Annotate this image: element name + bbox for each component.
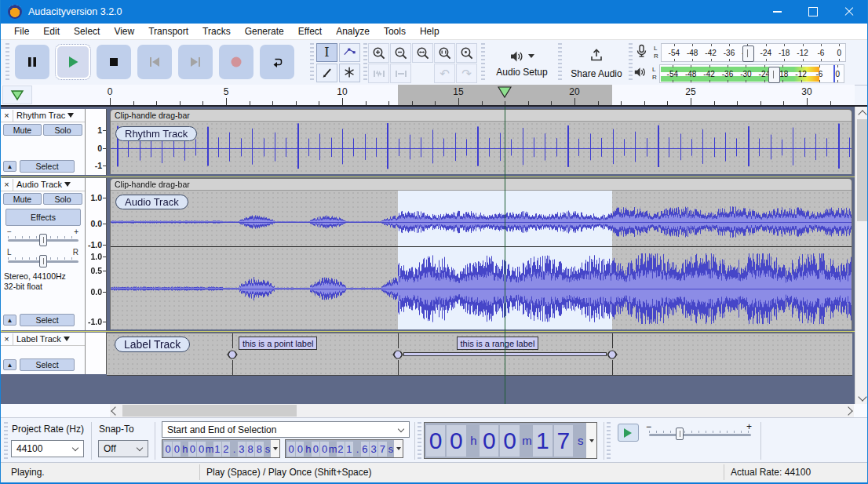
horizontal-scroll-thumb[interactable] xyxy=(122,405,297,417)
audio-track-name[interactable]: Audio Track xyxy=(13,180,62,189)
fit-project-button[interactable] xyxy=(434,43,455,63)
envelope-tool-button[interactable] xyxy=(339,43,360,62)
zoom-in-button[interactable] xyxy=(368,43,389,63)
menu-select[interactable]: Select xyxy=(67,24,107,38)
vertical-scrollbar[interactable] xyxy=(855,107,868,404)
time-digit[interactable]: 8 xyxy=(246,442,254,457)
snap-to-combo[interactable]: Off xyxy=(98,440,148,457)
time-digit[interactable]: 0 xyxy=(188,442,196,457)
rhythm-track-name[interactable]: Rhythm Trac xyxy=(13,111,65,120)
menu-generate[interactable]: Generate xyxy=(238,24,291,38)
time-digit[interactable]: 0 xyxy=(173,442,181,457)
label-track-menu-icon[interactable] xyxy=(64,337,70,344)
pan-slider-thumb[interactable] xyxy=(39,255,47,267)
time-digit[interactable]: 0 xyxy=(320,442,328,457)
draw-tool-button[interactable] xyxy=(316,64,337,82)
label-select-button[interactable]: Select xyxy=(20,358,75,371)
audio-close-button[interactable]: × xyxy=(1,179,13,191)
tools-toolbar-grip[interactable] xyxy=(310,43,314,82)
time-digit[interactable]: 0 xyxy=(500,425,519,457)
audio-clip[interactable]: Clip-handle drag-bar Audio Track xyxy=(110,178,852,329)
playhead-triangle-icon[interactable] xyxy=(498,86,512,101)
timeline-ruler[interactable]: 051015202530 xyxy=(1,85,855,105)
share-audio-grip[interactable] xyxy=(558,43,562,82)
time-digit[interactable]: 0 xyxy=(480,425,498,457)
audio-vertical-ruler[interactable]: 1.0 0.0 -1.0 1.0 0.5 0.0 -1.0 xyxy=(86,178,107,330)
menu-effect[interactable]: Effect xyxy=(291,24,329,38)
menu-file[interactable]: File xyxy=(7,24,36,38)
selection-tool-button[interactable]: I xyxy=(316,43,337,62)
time-digit[interactable]: 0 xyxy=(426,425,445,457)
close-button[interactable] xyxy=(831,0,867,24)
meter-toolbar-grip[interactable] xyxy=(629,43,633,82)
label-track-content[interactable]: Label Track this is a point labelthis is… xyxy=(107,333,852,376)
stop-button[interactable] xyxy=(97,45,131,79)
selection-start-field[interactable]: 00h00m12.388s xyxy=(162,439,280,458)
redo-button[interactable]: ↷ xyxy=(456,64,477,83)
rhythm-track-badge[interactable]: Rhythm Track xyxy=(115,126,197,141)
skip-to-end-button[interactable] xyxy=(178,45,213,79)
selection-toolbar-grip[interactable] xyxy=(4,422,8,460)
scroll-left-arrow[interactable] xyxy=(110,404,121,417)
audio-setup-grip[interactable] xyxy=(481,43,485,82)
audio-mute-button[interactable]: Mute xyxy=(3,193,42,205)
time-digit[interactable]: 8 xyxy=(255,442,263,457)
time-digit[interactable]: 6 xyxy=(361,442,369,457)
audio-track-menu-icon[interactable] xyxy=(64,182,71,190)
edit-toolbar-grip[interactable] xyxy=(363,43,367,82)
time-digit[interactable]: . xyxy=(354,442,361,457)
menu-analyze[interactable]: Analyze xyxy=(329,24,377,38)
horizontal-scrollbar[interactable] xyxy=(1,404,868,417)
meter-slider-thumb[interactable] xyxy=(742,45,754,62)
share-audio-button[interactable]: Share Audio xyxy=(564,43,629,83)
play-speed-slider-thumb[interactable] xyxy=(676,428,684,440)
scroll-up-arrow[interactable] xyxy=(857,107,868,120)
time-digit[interactable]: 0 xyxy=(197,442,205,457)
time-digit[interactable]: 2 xyxy=(337,442,345,457)
audio-track-badge[interactable]: Audio Track xyxy=(115,195,188,209)
rhythm-track-menu-icon[interactable] xyxy=(67,113,74,121)
audio-effects-button[interactable]: Effects xyxy=(5,209,81,226)
trim-audio-button[interactable] xyxy=(368,64,389,83)
time-digit[interactable]: . xyxy=(231,442,238,457)
range-label-left-handle[interactable] xyxy=(392,348,404,364)
menu-tools[interactable]: Tools xyxy=(377,24,413,38)
time-digit[interactable]: 0 xyxy=(296,442,304,457)
play-at-speed-button[interactable] xyxy=(618,424,639,442)
multi-tool-button[interactable] xyxy=(339,64,360,82)
audio-setup-button[interactable]: Audio Setup xyxy=(487,43,556,83)
audio-collapse-button[interactable]: ▲ xyxy=(3,315,16,326)
time-digit[interactable]: 7 xyxy=(554,425,573,457)
minimize-button[interactable] xyxy=(759,0,795,24)
point-label-text[interactable]: this is a point label xyxy=(239,337,318,350)
time-digit[interactable]: 1 xyxy=(213,442,221,457)
play-button[interactable] xyxy=(56,45,90,79)
time-digit[interactable]: 1 xyxy=(345,442,353,457)
scroll-right-arrow[interactable] xyxy=(843,404,854,417)
time-digit[interactable]: 1 xyxy=(533,425,552,457)
menu-transport[interactable]: Transport xyxy=(141,24,195,38)
zoom-out-button[interactable] xyxy=(390,43,411,63)
rhythm-solo-button[interactable]: Solo xyxy=(43,124,82,136)
audio-position-field[interactable]: 00h00m17s xyxy=(424,422,597,459)
pinned-playhead-button[interactable] xyxy=(2,86,32,104)
rhythm-close-button[interactable]: × xyxy=(1,110,13,122)
recording-meter[interactable]: -54-48-42-36-30-24-18-12-60 xyxy=(661,43,846,62)
time-digit[interactable]: 0 xyxy=(164,442,172,457)
skip-to-start-button[interactable] xyxy=(137,45,172,79)
audio-solo-button[interactable]: Solo xyxy=(43,193,82,205)
meter-slider-thumb[interactable] xyxy=(768,67,780,83)
audio-waveform-right[interactable] xyxy=(111,247,852,329)
label-close-button[interactable]: × xyxy=(1,333,13,345)
time-toolbar-grip[interactable] xyxy=(418,422,421,460)
selection-end-field[interactable]: 00h00m21.637s xyxy=(285,439,403,458)
label-collapse-button[interactable]: ▲ xyxy=(3,359,16,370)
vertical-scroll-thumb[interactable] xyxy=(857,119,868,221)
record-button[interactable] xyxy=(219,45,253,79)
rhythm-waveform[interactable] xyxy=(111,122,852,174)
play-speed-slider[interactable] xyxy=(649,434,751,436)
audio-select-button[interactable]: Select xyxy=(20,314,75,326)
menu-edit[interactable]: Edit xyxy=(36,24,67,38)
time-format-dropdown[interactable] xyxy=(394,440,403,457)
loop-button[interactable] xyxy=(260,45,294,79)
